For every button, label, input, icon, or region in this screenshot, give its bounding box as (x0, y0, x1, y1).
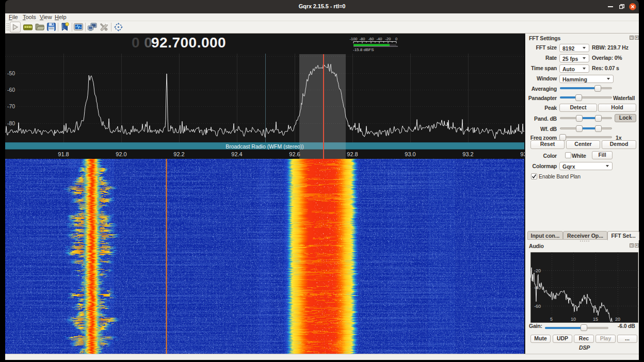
svg-text:20: 20 (615, 317, 620, 322)
svg-text:-20: -20 (534, 268, 541, 273)
svg-text:0: 0 (395, 37, 397, 41)
svg-text:-15.8 dBFS: -15.8 dBFS (353, 47, 374, 52)
svg-text:-100: -100 (349, 37, 357, 41)
svg-text:-60: -60 (534, 304, 541, 309)
svg-text:-40: -40 (377, 37, 382, 41)
svg-text:15: 15 (593, 317, 598, 322)
svg-text:-80: -80 (7, 120, 15, 126)
svg-text:-20: -20 (385, 37, 391, 41)
svg-text:-60: -60 (7, 87, 15, 93)
svg-text:-80: -80 (360, 37, 365, 41)
svg-text:10: 10 (571, 317, 576, 322)
svg-text:-60: -60 (368, 37, 374, 41)
svg-text:5: 5 (550, 317, 553, 322)
svg-text:-50: -50 (7, 70, 15, 76)
svg-text:-70: -70 (7, 103, 15, 109)
